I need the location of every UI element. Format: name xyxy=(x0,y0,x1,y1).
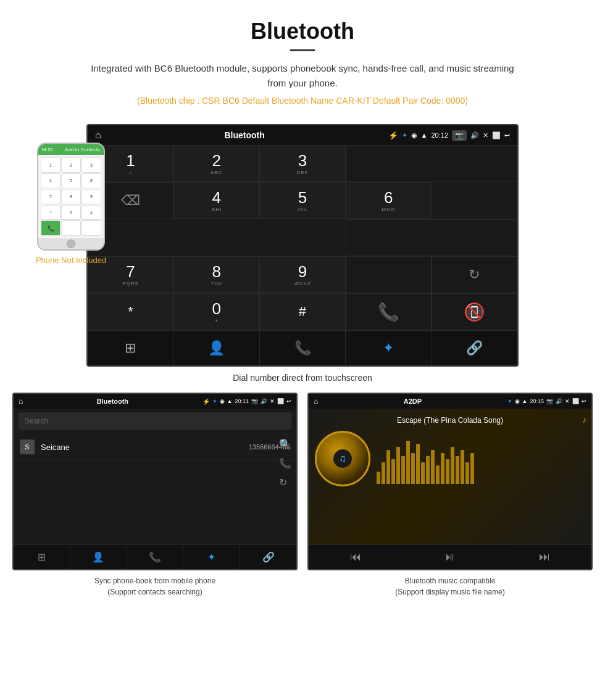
window-icon[interactable]: ⬜ xyxy=(492,131,501,140)
eq-bar xyxy=(396,447,400,484)
dialpad-btn[interactable]: ⊞ xyxy=(88,331,173,365)
pb-search-icon[interactable]: 🔍 xyxy=(279,438,291,450)
phone-key xyxy=(61,220,81,236)
a2dp-home-icon[interactable]: ⌂ xyxy=(314,397,318,406)
bottom-screens: ⌂ Bluetooth ⚡ ✦ ◉ ▲ 20:11 📷 🔊 ✕ ⬜ ↩ xyxy=(12,393,593,598)
back-icon[interactable]: ↩ xyxy=(504,131,510,140)
large-screen-wrapper: M:20 Add to Contacts 1 2 3 4 5 6 7 8 9 *… xyxy=(12,124,593,367)
pb-app-name: Bluetooth xyxy=(25,398,199,405)
pb-back-icon[interactable]: ↩ xyxy=(286,398,291,404)
a2dp-screen-wrapper: ⌂ A2DP ✦ ◉ ▲ 20:15 📷 🔊 ✕ ⬜ ↩ xyxy=(307,393,593,598)
pb-vol-icon[interactable]: 🔊 xyxy=(261,398,267,404)
music-art-wrapper: ♫ ♪ xyxy=(309,431,591,486)
eq-bar xyxy=(456,456,459,484)
key-hash[interactable]: # xyxy=(259,293,345,330)
eq-bar xyxy=(401,456,405,484)
eq-bar xyxy=(436,465,440,484)
page-description: Integrated with BC6 Bluetooth module, su… xyxy=(86,61,519,91)
pb-contacts-btn[interactable]: 👤 xyxy=(70,545,127,569)
contact-avatar: S xyxy=(20,440,35,454)
skip-prev-btn[interactable]: ⏮ xyxy=(350,551,361,564)
phonebook-screen-wrapper: ⌂ Bluetooth ⚡ ✦ ◉ ▲ 20:11 📷 🔊 ✕ ⬜ ↩ xyxy=(12,393,298,598)
volume-icon[interactable]: 🔊 xyxy=(470,131,479,140)
a2dp-vol-icon[interactable]: 🔊 xyxy=(556,398,562,404)
eq-bar xyxy=(461,450,464,484)
key-0[interactable]: 0 + xyxy=(173,293,259,330)
pb-win-icon[interactable]: ⬜ xyxy=(277,398,284,404)
contact-row[interactable]: S Seicane 13566664466 xyxy=(14,433,296,461)
phone-key: 7 xyxy=(41,189,60,204)
eq-bar xyxy=(451,447,454,484)
camera-btn[interactable]: 📷 xyxy=(452,130,467,141)
key-refresh[interactable]: ↻ xyxy=(432,256,517,293)
bt-icon: ✦ xyxy=(402,131,407,140)
a2dp-back-icon[interactable]: ↩ xyxy=(582,398,586,404)
a2dp-loc-icon: ◉ xyxy=(515,398,520,404)
pb-home-icon[interactable]: ⌂ xyxy=(19,397,23,406)
phone-top-bar: M:20 Add to Contacts xyxy=(38,144,104,155)
pb-usb-icon: ⚡ xyxy=(202,398,210,405)
a2dp-win-icon[interactable]: ⬜ xyxy=(572,398,579,404)
key-2[interactable]: 2 ABC xyxy=(173,145,259,182)
bottom-action-bar: ⊞ 👤 📞 ✦ 🔗 xyxy=(88,330,517,365)
pb-refresh-icon[interactable]: ↻ xyxy=(279,477,291,488)
phonebook-screen: ⌂ Bluetooth ⚡ ✦ ◉ ▲ 20:11 📷 🔊 ✕ ⬜ ↩ xyxy=(12,393,298,570)
title-divider xyxy=(290,49,315,51)
contacts-btn[interactable]: 👤 xyxy=(173,331,259,365)
pb-status-right: ✦ ◉ ▲ 20:11 📷 🔊 ✕ ⬜ ↩ xyxy=(212,398,291,404)
music-playback-bar: ⏮ ⏯ ⏭ xyxy=(309,544,591,569)
skip-next-btn[interactable]: ⏭ xyxy=(539,551,550,564)
pb-bottom-bar: ⊞ 👤 📞 ✦ 🔗 xyxy=(14,544,296,569)
pb-phone-icon[interactable]: 📞 xyxy=(279,457,291,469)
eq-bar xyxy=(382,462,385,484)
key-5[interactable]: 5 JKL xyxy=(259,182,345,219)
key-end-call[interactable]: 📵 xyxy=(432,293,517,330)
contacts-list: S Seicane 13566664466 🔍 📞 ↻ xyxy=(14,433,296,544)
a2dp-screen: ⌂ A2DP ✦ ◉ ▲ 20:15 📷 🔊 ✕ ⬜ ↩ xyxy=(307,393,593,570)
a2dp-bt-icon: ✦ xyxy=(507,398,512,404)
eq-bar xyxy=(386,450,390,484)
a2dp-close-icon[interactable]: ✕ xyxy=(565,398,570,404)
link-btn[interactable]: 🔗 xyxy=(432,331,517,365)
eq-bar xyxy=(426,456,430,484)
empty-cell xyxy=(346,219,517,256)
key-star[interactable]: * xyxy=(88,293,173,330)
music-content: Escape (The Pina Colada Song) ♫ ♪ xyxy=(309,409,591,544)
pb-camera-icon[interactable]: 📷 xyxy=(251,398,258,404)
key-3[interactable]: 3 DEF xyxy=(259,145,345,182)
pb-link-btn[interactable]: 🔗 xyxy=(240,545,296,569)
pb-dialpad-btn[interactable]: ⊞ xyxy=(14,545,70,569)
key-4[interactable]: 4 GHI xyxy=(173,182,259,219)
pb-bt-btn[interactable]: ✦ xyxy=(183,545,240,569)
phone-bottom-bar xyxy=(38,238,104,249)
eq-bar xyxy=(441,453,444,484)
location-icon: ◉ xyxy=(411,131,417,140)
phone-call-btn: 📞 xyxy=(41,220,60,236)
eq-bar xyxy=(446,459,449,484)
phone-key: 9 xyxy=(81,189,101,204)
a2dp-camera-icon[interactable]: 📷 xyxy=(546,398,553,404)
play-pause-btn[interactable]: ⏯ xyxy=(444,551,456,564)
phone-btn[interactable]: 📞 xyxy=(260,331,346,365)
equalizer xyxy=(377,431,585,486)
key-8[interactable]: 8 TUV xyxy=(173,256,259,293)
pb-time: 20:11 xyxy=(235,398,249,404)
phone-key: * xyxy=(41,205,60,220)
music-disc: ♫ xyxy=(315,431,370,486)
contact-name: Seicane xyxy=(41,443,70,452)
key-9[interactable]: 9 WXYZ xyxy=(259,256,345,293)
pb-phone-btn[interactable]: 📞 xyxy=(127,545,184,569)
a2dp-app-name: A2DP xyxy=(320,398,504,405)
phone-image: M:20 Add to Contacts 1 2 3 4 5 6 7 8 9 *… xyxy=(37,143,105,251)
key-call[interactable]: 📞 xyxy=(346,293,432,330)
key-6[interactable]: 6 MNO xyxy=(346,182,432,219)
bluetooth-btn[interactable]: ✦ xyxy=(346,331,432,365)
pb-close-icon[interactable]: ✕ xyxy=(270,398,275,404)
eq-bar xyxy=(465,462,469,484)
close-icon[interactable]: ✕ xyxy=(483,131,488,140)
phonebook-caption: Sync phone-book from mobile phone (Suppo… xyxy=(94,575,215,598)
home-icon[interactable]: ⌂ xyxy=(95,130,101,141)
search-placeholder: Search xyxy=(25,417,48,425)
phone-home-btn xyxy=(67,240,75,248)
search-bar[interactable]: Search xyxy=(19,412,291,430)
